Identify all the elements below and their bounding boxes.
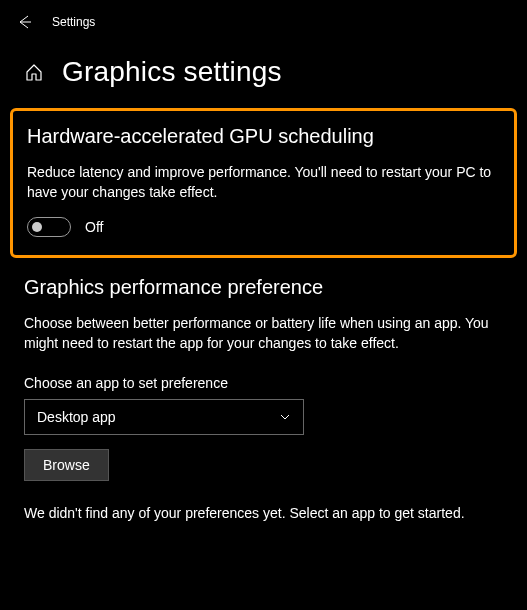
perf-section-description: Choose between better performance or bat…	[24, 313, 503, 354]
perf-section-title: Graphics performance preference	[24, 276, 503, 299]
home-icon	[24, 62, 44, 82]
chevron-down-icon	[279, 411, 291, 423]
content: Hardware-accelerated GPU scheduling Redu…	[0, 108, 527, 523]
app-type-select[interactable]: Desktop app	[24, 399, 304, 435]
topbar-title: Settings	[52, 15, 95, 29]
choose-app-label: Choose an app to set preference	[24, 375, 503, 391]
toggle-knob	[32, 222, 42, 232]
browse-button[interactable]: Browse	[24, 449, 109, 481]
gpu-toggle-row: Off	[27, 217, 500, 237]
footer-text: We didn't find any of your preferences y…	[24, 503, 503, 523]
topbar: Settings	[0, 0, 527, 44]
gpu-toggle-label: Off	[85, 219, 103, 235]
home-button[interactable]	[24, 62, 44, 82]
gpu-toggle[interactable]	[27, 217, 71, 237]
arrow-left-icon	[16, 14, 32, 30]
select-value: Desktop app	[37, 409, 116, 425]
gpu-section-title: Hardware-accelerated GPU scheduling	[27, 125, 500, 148]
performance-section: Graphics performance preference Choose b…	[24, 276, 503, 354]
gpu-scheduling-section: Hardware-accelerated GPU scheduling Redu…	[10, 108, 517, 258]
gpu-section-description: Reduce latency and improve performance. …	[27, 162, 500, 203]
page-title: Graphics settings	[62, 56, 282, 88]
back-button[interactable]	[16, 14, 32, 30]
page-header: Graphics settings	[0, 44, 527, 108]
